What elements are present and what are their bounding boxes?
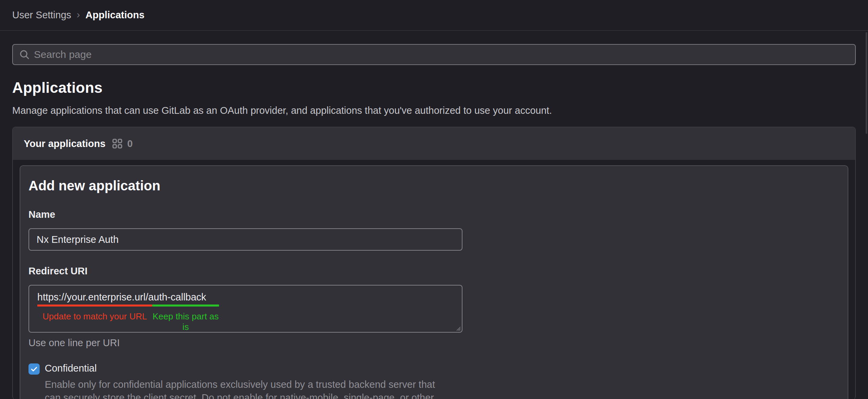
your-applications-header: Your applications 0	[13, 127, 855, 160]
redirect-uri-textarea[interactable]: https://your.enterprise.url/auth-callbac…	[28, 285, 462, 333]
applications-count-badge: 0	[127, 138, 133, 149]
card-title: Add new application	[28, 178, 838, 193]
your-applications-title: Your applications	[24, 138, 105, 149]
redirect-uri-value: https://your.enterprise.url/auth-callbac…	[37, 292, 206, 303]
search-input[interactable]: Search page	[12, 44, 856, 65]
redirect-uri-path-underline	[152, 304, 219, 307]
add-new-application-card: Add new application Name Redirect URI ht…	[20, 165, 848, 399]
breadcrumb-user-settings[interactable]: User Settings	[12, 9, 71, 21]
search-icon	[19, 49, 30, 60]
search-placeholder: Search page	[34, 49, 92, 60]
redirect-uri-label: Redirect URI	[28, 266, 838, 277]
your-applications-body: Add new application Name Redirect URI ht…	[13, 160, 855, 399]
confidential-label[interactable]: Confidential	[45, 363, 435, 374]
applications-grid-icon	[112, 139, 122, 149]
your-applications-section: Your applications 0 Add new application …	[12, 127, 856, 399]
name-label: Name	[28, 209, 838, 220]
page-description: Manage applications that can use GitLab …	[12, 105, 856, 116]
redirect-uri-host-underline	[37, 304, 152, 307]
confidential-help: Enable only for confidential application…	[45, 378, 435, 399]
confidential-checkbox[interactable]	[28, 363, 40, 375]
confidential-row: Confidential Enable only for confidentia…	[28, 363, 838, 399]
name-input[interactable]	[28, 228, 462, 251]
breadcrumb: User Settings › Applications	[12, 9, 144, 21]
redirect-uri-help: Use one line per URI	[28, 337, 838, 349]
textarea-resize-handle[interactable]	[455, 326, 461, 331]
annotation-update-url: Update to match your URL	[37, 311, 152, 322]
annotation-keep-part: Keep this part as is	[152, 311, 219, 332]
checkmark-icon	[31, 365, 38, 373]
scrollbar-thumb[interactable]	[866, 32, 867, 134]
top-bar: User Settings › Applications	[0, 0, 868, 31]
page-title: Applications	[12, 79, 856, 96]
breadcrumb-chevron-icon: ›	[77, 9, 80, 20]
breadcrumb-applications: Applications	[85, 9, 144, 21]
